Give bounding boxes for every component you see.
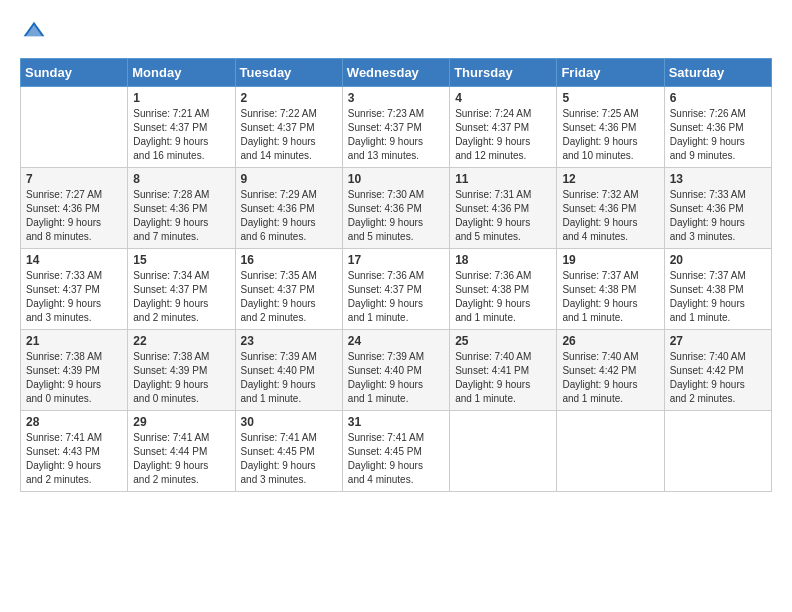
day-info: Sunrise: 7:39 AM Sunset: 4:40 PM Dayligh… <box>348 350 444 406</box>
calendar-cell <box>664 411 771 492</box>
weekday-header-wednesday: Wednesday <box>342 59 449 87</box>
day-info: Sunrise: 7:28 AM Sunset: 4:36 PM Dayligh… <box>133 188 229 244</box>
weekday-header-thursday: Thursday <box>450 59 557 87</box>
calendar-cell: 5Sunrise: 7:25 AM Sunset: 4:36 PM Daylig… <box>557 87 664 168</box>
calendar-cell: 30Sunrise: 7:41 AM Sunset: 4:45 PM Dayli… <box>235 411 342 492</box>
day-number: 29 <box>133 415 229 429</box>
day-info: Sunrise: 7:21 AM Sunset: 4:37 PM Dayligh… <box>133 107 229 163</box>
calendar-cell: 2Sunrise: 7:22 AM Sunset: 4:37 PM Daylig… <box>235 87 342 168</box>
day-number: 19 <box>562 253 658 267</box>
day-info: Sunrise: 7:33 AM Sunset: 4:36 PM Dayligh… <box>670 188 766 244</box>
calendar-cell: 27Sunrise: 7:40 AM Sunset: 4:42 PM Dayli… <box>664 330 771 411</box>
calendar-cell: 9Sunrise: 7:29 AM Sunset: 4:36 PM Daylig… <box>235 168 342 249</box>
calendar-cell: 6Sunrise: 7:26 AM Sunset: 4:36 PM Daylig… <box>664 87 771 168</box>
calendar-cell: 4Sunrise: 7:24 AM Sunset: 4:37 PM Daylig… <box>450 87 557 168</box>
day-number: 31 <box>348 415 444 429</box>
weekday-header-friday: Friday <box>557 59 664 87</box>
calendar-cell: 1Sunrise: 7:21 AM Sunset: 4:37 PM Daylig… <box>128 87 235 168</box>
calendar-cell: 29Sunrise: 7:41 AM Sunset: 4:44 PM Dayli… <box>128 411 235 492</box>
day-number: 20 <box>670 253 766 267</box>
day-info: Sunrise: 7:27 AM Sunset: 4:36 PM Dayligh… <box>26 188 122 244</box>
day-info: Sunrise: 7:40 AM Sunset: 4:42 PM Dayligh… <box>562 350 658 406</box>
calendar-cell <box>450 411 557 492</box>
calendar-cell: 10Sunrise: 7:30 AM Sunset: 4:36 PM Dayli… <box>342 168 449 249</box>
day-info: Sunrise: 7:23 AM Sunset: 4:37 PM Dayligh… <box>348 107 444 163</box>
week-row-1: 7Sunrise: 7:27 AM Sunset: 4:36 PM Daylig… <box>21 168 772 249</box>
day-number: 28 <box>26 415 122 429</box>
day-info: Sunrise: 7:29 AM Sunset: 4:36 PM Dayligh… <box>241 188 337 244</box>
day-info: Sunrise: 7:39 AM Sunset: 4:40 PM Dayligh… <box>241 350 337 406</box>
weekday-header-saturday: Saturday <box>664 59 771 87</box>
day-number: 30 <box>241 415 337 429</box>
weekday-header-monday: Monday <box>128 59 235 87</box>
calendar-cell: 17Sunrise: 7:36 AM Sunset: 4:37 PM Dayli… <box>342 249 449 330</box>
day-info: Sunrise: 7:35 AM Sunset: 4:37 PM Dayligh… <box>241 269 337 325</box>
day-info: Sunrise: 7:34 AM Sunset: 4:37 PM Dayligh… <box>133 269 229 325</box>
calendar-cell: 20Sunrise: 7:37 AM Sunset: 4:38 PM Dayli… <box>664 249 771 330</box>
week-row-2: 14Sunrise: 7:33 AM Sunset: 4:37 PM Dayli… <box>21 249 772 330</box>
calendar-cell: 11Sunrise: 7:31 AM Sunset: 4:36 PM Dayli… <box>450 168 557 249</box>
day-number: 10 <box>348 172 444 186</box>
day-number: 22 <box>133 334 229 348</box>
day-info: Sunrise: 7:38 AM Sunset: 4:39 PM Dayligh… <box>133 350 229 406</box>
day-info: Sunrise: 7:40 AM Sunset: 4:42 PM Dayligh… <box>670 350 766 406</box>
header <box>20 20 772 42</box>
day-info: Sunrise: 7:41 AM Sunset: 4:45 PM Dayligh… <box>348 431 444 487</box>
calendar-cell: 13Sunrise: 7:33 AM Sunset: 4:36 PM Dayli… <box>664 168 771 249</box>
week-row-3: 21Sunrise: 7:38 AM Sunset: 4:39 PM Dayli… <box>21 330 772 411</box>
day-number: 12 <box>562 172 658 186</box>
calendar-cell: 15Sunrise: 7:34 AM Sunset: 4:37 PM Dayli… <box>128 249 235 330</box>
calendar-cell: 24Sunrise: 7:39 AM Sunset: 4:40 PM Dayli… <box>342 330 449 411</box>
day-number: 21 <box>26 334 122 348</box>
calendar-cell <box>21 87 128 168</box>
week-row-4: 28Sunrise: 7:41 AM Sunset: 4:43 PM Dayli… <box>21 411 772 492</box>
day-number: 27 <box>670 334 766 348</box>
day-number: 7 <box>26 172 122 186</box>
day-number: 15 <box>133 253 229 267</box>
day-info: Sunrise: 7:40 AM Sunset: 4:41 PM Dayligh… <box>455 350 551 406</box>
weekday-header-sunday: Sunday <box>21 59 128 87</box>
day-info: Sunrise: 7:32 AM Sunset: 4:36 PM Dayligh… <box>562 188 658 244</box>
logo <box>20 20 50 42</box>
day-number: 18 <box>455 253 551 267</box>
logo-icon <box>20 20 46 42</box>
weekday-header-tuesday: Tuesday <box>235 59 342 87</box>
calendar-cell: 3Sunrise: 7:23 AM Sunset: 4:37 PM Daylig… <box>342 87 449 168</box>
calendar-cell: 21Sunrise: 7:38 AM Sunset: 4:39 PM Dayli… <box>21 330 128 411</box>
calendar-cell: 16Sunrise: 7:35 AM Sunset: 4:37 PM Dayli… <box>235 249 342 330</box>
day-number: 13 <box>670 172 766 186</box>
day-info: Sunrise: 7:38 AM Sunset: 4:39 PM Dayligh… <box>26 350 122 406</box>
calendar: SundayMondayTuesdayWednesdayThursdayFrid… <box>20 58 772 492</box>
calendar-cell: 22Sunrise: 7:38 AM Sunset: 4:39 PM Dayli… <box>128 330 235 411</box>
day-number: 14 <box>26 253 122 267</box>
calendar-cell: 28Sunrise: 7:41 AM Sunset: 4:43 PM Dayli… <box>21 411 128 492</box>
calendar-cell: 12Sunrise: 7:32 AM Sunset: 4:36 PM Dayli… <box>557 168 664 249</box>
day-number: 25 <box>455 334 551 348</box>
day-info: Sunrise: 7:36 AM Sunset: 4:37 PM Dayligh… <box>348 269 444 325</box>
calendar-cell: 14Sunrise: 7:33 AM Sunset: 4:37 PM Dayli… <box>21 249 128 330</box>
calendar-cell: 19Sunrise: 7:37 AM Sunset: 4:38 PM Dayli… <box>557 249 664 330</box>
day-number: 8 <box>133 172 229 186</box>
day-number: 9 <box>241 172 337 186</box>
day-number: 4 <box>455 91 551 105</box>
day-number: 11 <box>455 172 551 186</box>
day-number: 23 <box>241 334 337 348</box>
calendar-cell: 25Sunrise: 7:40 AM Sunset: 4:41 PM Dayli… <box>450 330 557 411</box>
week-row-0: 1Sunrise: 7:21 AM Sunset: 4:37 PM Daylig… <box>21 87 772 168</box>
calendar-cell <box>557 411 664 492</box>
day-info: Sunrise: 7:41 AM Sunset: 4:44 PM Dayligh… <box>133 431 229 487</box>
day-number: 1 <box>133 91 229 105</box>
day-number: 6 <box>670 91 766 105</box>
calendar-cell: 8Sunrise: 7:28 AM Sunset: 4:36 PM Daylig… <box>128 168 235 249</box>
day-info: Sunrise: 7:31 AM Sunset: 4:36 PM Dayligh… <box>455 188 551 244</box>
calendar-cell: 31Sunrise: 7:41 AM Sunset: 4:45 PM Dayli… <box>342 411 449 492</box>
calendar-cell: 26Sunrise: 7:40 AM Sunset: 4:42 PM Dayli… <box>557 330 664 411</box>
day-number: 2 <box>241 91 337 105</box>
day-info: Sunrise: 7:41 AM Sunset: 4:43 PM Dayligh… <box>26 431 122 487</box>
day-number: 17 <box>348 253 444 267</box>
day-info: Sunrise: 7:25 AM Sunset: 4:36 PM Dayligh… <box>562 107 658 163</box>
day-info: Sunrise: 7:26 AM Sunset: 4:36 PM Dayligh… <box>670 107 766 163</box>
calendar-cell: 18Sunrise: 7:36 AM Sunset: 4:38 PM Dayli… <box>450 249 557 330</box>
day-info: Sunrise: 7:37 AM Sunset: 4:38 PM Dayligh… <box>670 269 766 325</box>
day-info: Sunrise: 7:36 AM Sunset: 4:38 PM Dayligh… <box>455 269 551 325</box>
